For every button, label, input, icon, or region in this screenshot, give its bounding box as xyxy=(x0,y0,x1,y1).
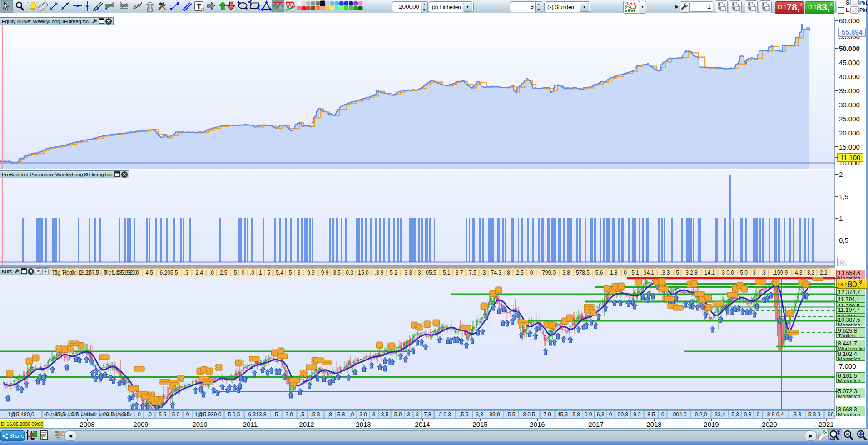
svg-text:5,1: 5,1 xyxy=(443,270,451,276)
svg-text:,0: ,0 xyxy=(147,411,152,418)
svg-text:1: 1 xyxy=(259,270,262,276)
svg-text:14,1: 14,1 xyxy=(704,270,715,276)
svg-text:9,9: 9,9 xyxy=(307,270,315,276)
svg-text:0: 0 xyxy=(242,270,245,276)
svg-text:": " xyxy=(37,1,38,5)
svg-text:2,4: 2,4 xyxy=(195,270,203,276)
svg-text:4,5: 4,5 xyxy=(145,270,153,276)
svg-text:0: 0 xyxy=(138,411,141,418)
svg-text:2,0: 2,0 xyxy=(285,411,293,418)
svg-text:60,4: 60,4 xyxy=(828,411,835,418)
svg-text:5 2: 5 2 xyxy=(390,270,397,276)
svg-text:5 0: 5 0 xyxy=(172,411,180,418)
svg-text:8,5: 8,5 xyxy=(647,411,655,418)
svg-text:2 0 3: 2 0 3 xyxy=(439,411,451,418)
svg-text:3: 3 xyxy=(372,411,376,418)
svg-text:2,5: 2,5 xyxy=(516,270,524,276)
svg-text:5 5: 5 5 xyxy=(159,411,166,418)
svg-text:7 9: 7 9 xyxy=(543,411,551,418)
svg-text:3,2: 3,2 xyxy=(807,270,815,276)
svg-text:4,3: 4,3 xyxy=(795,270,803,276)
svg-text:3,5: 3,5 xyxy=(333,270,341,276)
svg-text:89,9: 89,9 xyxy=(489,411,500,418)
svg-text:5 8: 5 8 xyxy=(337,411,345,418)
svg-text:,0: ,0 xyxy=(349,411,354,418)
svg-text:0,3: 0,3 xyxy=(346,270,353,276)
svg-text:5 3 9: 5 3 9 xyxy=(808,411,821,418)
svg-text:1@5.480,0: 1@5.480,0 xyxy=(8,411,35,418)
svg-text:3: 3 xyxy=(753,270,756,276)
svg-text:0: 0 xyxy=(186,411,189,418)
svg-text:,3: ,3 xyxy=(184,270,188,276)
svg-text:,5: ,5 xyxy=(232,270,237,276)
svg-text:.904,0: .904,0 xyxy=(671,411,687,418)
svg-text:5 0,5: 5 0,5 xyxy=(228,411,240,418)
svg-text:34,1: 34,1 xyxy=(644,270,655,276)
svg-text:6.313,8: 6.313,8 xyxy=(248,411,266,418)
svg-text:3,8: 3,8 xyxy=(562,270,570,276)
svg-text:,5 3: ,5 3 xyxy=(311,411,320,418)
svg-text:,3: ,3 xyxy=(761,270,766,276)
svg-text:0: 0 xyxy=(624,270,627,276)
svg-text:0: 0 xyxy=(757,411,760,418)
svg-text:5: 5 xyxy=(267,270,270,276)
svg-text:3: 3 xyxy=(418,270,421,276)
svg-text:1,8: 1,8 xyxy=(610,270,618,276)
svg-text:3,3: 3,3 xyxy=(476,411,483,418)
svg-text:5,0: 5,0 xyxy=(740,270,748,276)
svg-text:6.205,5: 6.205,5 xyxy=(159,270,178,276)
svg-text:0: 0 xyxy=(530,270,533,276)
svg-text:3: 3 xyxy=(298,270,301,276)
svg-text:3: 3 xyxy=(416,411,419,418)
svg-text:578,5: 578,5 xyxy=(576,270,590,276)
svg-text:,8: ,8 xyxy=(327,411,332,418)
svg-text:7,8: 7,8 xyxy=(424,411,432,418)
svg-text:,5 5: ,5 5 xyxy=(506,411,515,418)
svg-text:0,8: 0,8 xyxy=(744,411,752,418)
svg-text:7,5: 7,5 xyxy=(469,270,476,276)
svg-text:2,5: 2,5 xyxy=(220,270,228,276)
svg-text:,3 9: ,3 9 xyxy=(374,270,383,276)
svg-text:3: 3 xyxy=(407,411,410,418)
svg-text:T: T xyxy=(197,3,201,10)
svg-text:33,4: 33,4 xyxy=(714,411,725,418)
svg-text:8: 8 xyxy=(507,270,510,276)
svg-text:,3 3: ,3 3 xyxy=(792,411,801,418)
svg-text:3,5: 3,5 xyxy=(381,411,389,418)
svg-text:-Finance.com Daten sind indika: -Finance.com Daten sind indikativ xyxy=(44,410,133,417)
svg-text:05,5: 05,5 xyxy=(426,270,436,276)
svg-text:0 0: 0 0 xyxy=(585,411,592,418)
svg-text:3 0: 3 0 xyxy=(359,411,367,418)
svg-text:5,6: 5,6 xyxy=(595,270,603,276)
svg-text:Tag-Hoch: 13.257,7 - Tief: 13.: Tag-Hoch: 13.257,7 - Tief: 13.192,0 xyxy=(52,270,137,276)
svg-text:5: 5 xyxy=(676,270,679,276)
svg-text:1@5.939,0: 1@5.939,0 xyxy=(195,411,222,418)
svg-text:0: 0 xyxy=(661,411,665,418)
svg-text:3 7: 3 7 xyxy=(456,270,463,276)
svg-text:5 1: 5 1 xyxy=(631,270,639,276)
svg-text:,5: ,5 xyxy=(300,411,304,418)
svg-text:9 2: 9 2 xyxy=(633,411,641,418)
svg-text:74,3: 74,3 xyxy=(491,270,502,276)
svg-text:3 3: 3 3 xyxy=(404,270,412,276)
svg-text:5,9: 5,9 xyxy=(394,411,402,418)
svg-text:,0: ,0 xyxy=(250,270,254,276)
svg-text:,5,5: ,5,5 xyxy=(459,411,468,418)
svg-text:,3: ,3 xyxy=(481,270,486,276)
svg-text:.159,9: .159,9 xyxy=(773,270,788,276)
svg-text:6,3: 6,3 xyxy=(597,411,605,418)
svg-text:5,4: 5,4 xyxy=(276,270,283,276)
svg-text:15,0: 15,0 xyxy=(358,270,369,276)
svg-text:0 2,0: 0 2,0 xyxy=(695,411,707,418)
svg-text:45,3: 45,3 xyxy=(557,411,568,418)
svg-text:2,2: 2,2 xyxy=(820,270,828,276)
svg-text:,3 3: ,3 3 xyxy=(660,270,670,276)
svg-text:9 9: 9 9 xyxy=(321,270,329,276)
svg-text:3 0 5: 3 0 5 xyxy=(523,411,535,418)
svg-text:,0: ,0 xyxy=(209,270,214,276)
svg-text:00,8: 00,8 xyxy=(618,411,629,418)
svg-text:3 0,0: 3 0,0 xyxy=(722,270,734,276)
svg-text:,5: ,5 xyxy=(273,411,278,418)
svg-text:8 9 0,4: 8 9 0,4 xyxy=(767,411,784,418)
svg-text:": " xyxy=(27,1,29,5)
